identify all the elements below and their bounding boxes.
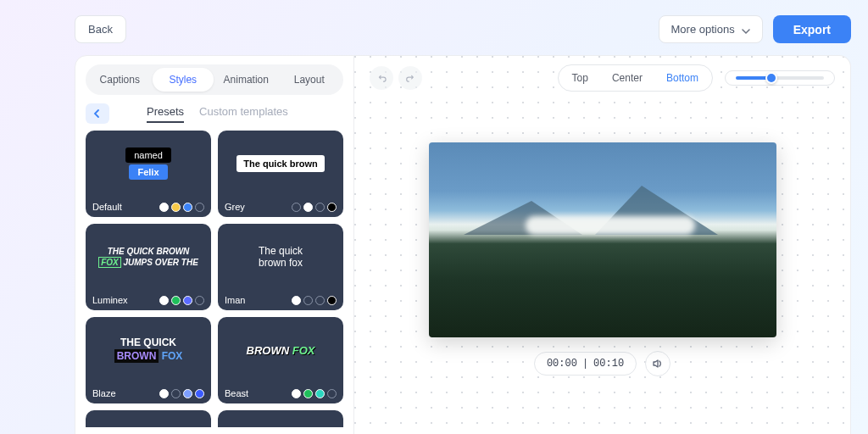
swatch (195, 296, 204, 305)
position-segment: Top Center Bottom (558, 64, 713, 92)
preset-default[interactable]: named Felix Default (86, 131, 211, 217)
swatch (327, 296, 337, 305)
time-display: 00:00 | 00:10 (534, 352, 637, 376)
chevron-down-icon (742, 25, 750, 34)
audio-button[interactable] (645, 351, 670, 376)
panel-back-button[interactable] (86, 103, 109, 124)
swatch (315, 203, 325, 212)
preset-luminex[interactable]: THE QUICK BROWNFOX JUMPS OVER THE Lumine… (86, 224, 211, 310)
swatch (315, 296, 325, 305)
undo-button[interactable] (370, 66, 393, 90)
swatch (183, 203, 192, 212)
swatch (171, 203, 181, 212)
preset-name: Default (92, 202, 122, 212)
swatch-row (159, 203, 204, 212)
panel-tabs: Captions Styles Animation Layout (86, 64, 343, 95)
swatch-row (159, 389, 204, 398)
styles-panel: Captions Styles Animation Layout Presets… (75, 55, 354, 434)
position-bottom[interactable]: Bottom (655, 68, 709, 88)
size-slider[interactable] (725, 70, 835, 86)
position-center[interactable]: Center (601, 68, 654, 88)
swatch-row (292, 389, 337, 398)
preset-blaze[interactable]: THE QUICKBROWN FOX Blaze (86, 317, 211, 403)
preset-name: Grey (225, 202, 245, 212)
export-button[interactable]: Export (773, 15, 851, 43)
preview-panel: Top Center Bottom 00:00 | 00:10 (354, 55, 851, 434)
swatch (159, 296, 169, 305)
video-preview[interactable] (429, 142, 776, 337)
slider-thumb[interactable] (765, 72, 777, 84)
preset-sample-text: The quickbrown fox (259, 245, 303, 270)
swatch (303, 296, 313, 305)
arrow-left-icon (92, 108, 103, 119)
swatch (327, 389, 337, 398)
redo-button[interactable] (398, 66, 422, 90)
tab-captions[interactable]: Captions (89, 68, 151, 92)
time-current: 00:00 (547, 358, 577, 370)
time-total: 00:10 (593, 358, 624, 370)
swatch (159, 389, 169, 398)
swatch (183, 296, 192, 305)
swatch-row (159, 296, 204, 305)
preset-name: Blaze (92, 388, 116, 398)
swatch (292, 389, 301, 398)
preset-beast[interactable]: BROWN FOX Beast (218, 317, 343, 403)
preset-iman[interactable]: The quickbrown fox Iman (218, 224, 343, 310)
preset-item[interactable]: THE QUICKBROWN FOX (86, 410, 211, 427)
slider-track (736, 76, 824, 80)
swatch (159, 203, 169, 212)
preset-sample-text: BROWN FOX (247, 344, 315, 357)
preset-sample-text: Felix (129, 164, 167, 180)
redo-icon (405, 73, 416, 84)
preset-name: Luminex (92, 295, 128, 305)
scene-cloud (526, 216, 695, 235)
swatch (303, 389, 313, 398)
swatch (327, 203, 337, 212)
position-top[interactable]: Top (561, 68, 599, 88)
subtab-presets[interactable]: Presets (147, 105, 184, 123)
presets-grid: named Felix Default The quick brown (86, 131, 343, 427)
undo-icon (376, 73, 387, 84)
swatch-row (292, 296, 337, 305)
swatch (171, 296, 181, 305)
back-button[interactable]: Back (75, 15, 126, 43)
preset-grey[interactable]: The quick brown Grey (218, 131, 343, 217)
preset-sample-text: THE QUICK BROWNFOX JUMPS OVER THE (98, 246, 198, 268)
swatch (315, 389, 325, 398)
tab-styles[interactable]: Styles (153, 68, 214, 92)
speaker-icon (652, 358, 664, 370)
preset-item[interactable]: THE QUICK BROWN (218, 410, 343, 427)
swatch (183, 389, 192, 398)
more-options-label: More options (671, 23, 735, 36)
preset-sample-text: The quick brown (236, 155, 324, 172)
swatch (195, 389, 204, 398)
tab-animation[interactable]: Animation (215, 68, 277, 92)
preset-name: Iman (225, 295, 245, 305)
subtab-custom-templates[interactable]: Custom templates (199, 105, 288, 123)
tab-layout[interactable]: Layout (279, 68, 341, 92)
preset-sample-text: THE QUICKBROWN FOX (114, 337, 183, 363)
preset-sample-text: named (125, 147, 171, 163)
swatch (303, 203, 313, 212)
swatch (171, 389, 181, 398)
more-options-button[interactable]: More options (659, 15, 763, 43)
swatch (292, 203, 301, 212)
preset-name: Beast (225, 388, 248, 398)
swatch-row (292, 203, 337, 212)
swatch (195, 203, 204, 212)
swatch (292, 296, 301, 305)
